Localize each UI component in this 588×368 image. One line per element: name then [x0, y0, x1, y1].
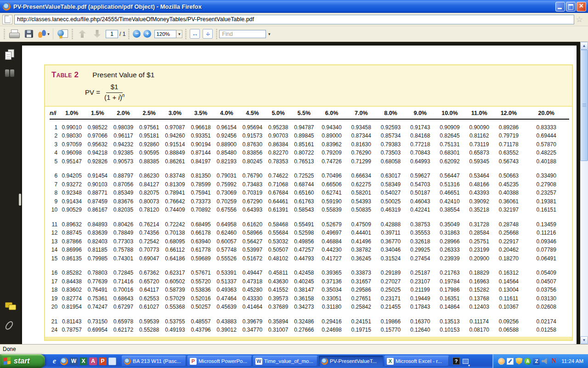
- pv-factor-cell: 0.53755: [162, 311, 188, 326]
- table-title: Present Value of $1: [92, 71, 154, 79]
- pv-factor-cell: 0.53032: [266, 237, 291, 246]
- pv-factor-cell: 0.93458: [346, 119, 376, 132]
- windows-explorer-quicklaunch-icon[interactable]: [108, 357, 116, 365]
- find-input[interactable]: Find: [219, 30, 266, 38]
- vertical-scrollbar[interactable]: [580, 42, 588, 344]
- print-button[interactable]: [7, 28, 22, 40]
- pv-factor-cell: 0.13768: [464, 294, 494, 303]
- minimize-button[interactable]: [555, 2, 565, 12]
- pv-factor-cell: 0.52598: [291, 229, 317, 237]
- pv-factor-cell: 0.71416: [110, 277, 136, 286]
- zoom-in-button[interactable]: +: [143, 30, 151, 38]
- excel-icon: [387, 358, 394, 365]
- taskbar-window-button[interactable]: BA 213 W11 (Pasc...: [122, 356, 186, 367]
- pv-factor-cell: 0.94787: [291, 119, 317, 132]
- page-number-input[interactable]: 1: [106, 30, 118, 38]
- access-quicklaunch-icon[interactable]: [89, 357, 97, 365]
- taskbar-window-label: BA 213 W11 (Pasc...: [133, 358, 181, 364]
- novell-tray-icon[interactable]: [550, 358, 557, 365]
- star-badge-icon: ★: [59, 34, 63, 40]
- pv-factor-cell: 0.73069: [214, 189, 239, 197]
- messenger-tray-icon[interactable]: [498, 358, 505, 365]
- firefox-app-icon: [3, 3, 11, 11]
- pv-factor-cell: 0.17843: [406, 303, 435, 311]
- page-proxy-icon[interactable]: [2, 15, 12, 24]
- pv-factor-cell: 0.52016: [188, 294, 214, 303]
- scroll-up-button[interactable]: [580, 42, 588, 50]
- sidebar-resize-handle[interactable]: [19, 194, 21, 206]
- firefox-quicklaunch-icon[interactable]: [60, 357, 68, 365]
- pv-factor-cell: 0.14564: [494, 277, 523, 286]
- find-dropdown-arrow[interactable]: ▾: [266, 32, 272, 36]
- excel-quicklaunch-icon[interactable]: [79, 357, 87, 365]
- system-tray: 11:24 AM: [492, 354, 588, 368]
- pv-col-header: 1.0%: [59, 107, 85, 119]
- pv-factor-cell: 0.97561: [136, 119, 162, 132]
- pv-factor-cell: 0.42888: [376, 214, 405, 229]
- pv-factor-cell: 0.97066: [85, 132, 110, 140]
- word-quicklaunch-icon[interactable]: [70, 357, 78, 365]
- previous-page-button[interactable]: [75, 28, 90, 40]
- restore-button[interactable]: [566, 2, 576, 12]
- pv-factor-cell: 0.86996: [59, 246, 85, 254]
- period-cell: 8: [50, 189, 59, 197]
- pv-factor-cell: 0.67362: [136, 263, 162, 277]
- tools-tray-icon[interactable]: [507, 358, 514, 365]
- zoom-dropdown-arrow[interactable]: ▼: [176, 30, 182, 38]
- zoom-out-button[interactable]: −: [133, 30, 141, 38]
- fit-page-button[interactable]: [203, 29, 213, 39]
- pv-factor-cell: 0.68744: [291, 180, 317, 189]
- url-input[interactable]: http://classes.lanecc.edu/file.php/24555…: [14, 15, 574, 24]
- comments-panel-icon[interactable]: [5, 302, 16, 310]
- shield-tray-icon[interactable]: [515, 358, 522, 365]
- start-button[interactable]: start: [0, 354, 45, 368]
- pv-factor-cell: 0.31863: [435, 229, 464, 237]
- scrollbar-thumb[interactable]: [580, 50, 588, 161]
- antivirus-tray-icon[interactable]: [524, 358, 531, 365]
- pv-factor-cell: 0.77218: [406, 140, 435, 149]
- volume-tray-icon[interactable]: [542, 358, 548, 365]
- pv-factor-cell: 0.18270: [494, 254, 523, 263]
- pv-factor-cell: 0.42410: [435, 197, 464, 206]
- close-button[interactable]: [577, 2, 586, 12]
- pv-factor-cell: 0.58468: [266, 214, 291, 229]
- table-row: 200.819540.742470.672970.610270.553680.5…: [50, 303, 569, 311]
- pv-factor-cell: 0.56427: [239, 237, 265, 246]
- pages-panel-icon[interactable]: [5, 49, 14, 60]
- collaborate-button[interactable]: ▾: [36, 28, 51, 40]
- window-title: PV-PresentValueTable.pdf (application/pd…: [13, 3, 554, 10]
- scroll-down-button[interactable]: [580, 336, 588, 344]
- pv-factor-cell: 0.74622: [266, 166, 291, 180]
- taskbar-window-button[interactable]: Microsoft Excel - r...: [384, 356, 449, 367]
- pv-factor-cell: 0.96117: [110, 132, 136, 140]
- pv-col-header: 4.0%: [214, 107, 239, 119]
- taskbar-window-button[interactable]: Microsoft PowerPo...: [187, 356, 252, 367]
- pv-factor-cell: 0.68495: [188, 214, 214, 229]
- help-icon[interactable]: [452, 357, 460, 365]
- pv-factor-cell: 0.58543: [291, 206, 317, 214]
- pv-factor-cell: 0.85734: [376, 132, 405, 140]
- bookmark-star-icon[interactable]: [574, 15, 584, 24]
- zone-tray-icon[interactable]: [533, 358, 540, 365]
- fit-width-button[interactable]: [190, 29, 200, 39]
- next-page-button[interactable]: [90, 28, 104, 40]
- toolbar-chevron-icon[interactable]: [462, 357, 469, 365]
- attachments-panel-icon[interactable]: [4, 320, 14, 331]
- powerpoint-quicklaunch-icon[interactable]: [99, 357, 107, 365]
- internet-explorer-quicklaunch-icon[interactable]: [51, 357, 58, 365]
- search-web-button[interactable]: ★: [55, 28, 70, 40]
- search-panel-icon[interactable]: [5, 69, 15, 77]
- taskbar-window-button[interactable]: Time_value_of_mo...: [253, 356, 317, 367]
- zoom-level-select[interactable]: 120%: [154, 30, 176, 38]
- pv-factor-cell: 0.65160: [291, 189, 317, 197]
- pv-factor-cell: 0.90909: [435, 119, 464, 132]
- pv-factor-cell: 0.55368: [162, 303, 188, 311]
- taskbar-clock: 11:24 AM: [561, 358, 583, 364]
- pv-factor-cell: 0.60502: [162, 277, 188, 286]
- pv-factor-cell: 0.98030: [59, 132, 85, 140]
- taskbar-window-button[interactable]: PV-PresentValueT...: [319, 356, 383, 367]
- pv-factor-cell: 0.25668: [494, 229, 523, 237]
- pv-factor-cell: 0.11216: [523, 229, 569, 237]
- save-button[interactable]: [22, 28, 36, 40]
- pv-factor-cell: 0.67556: [214, 206, 239, 214]
